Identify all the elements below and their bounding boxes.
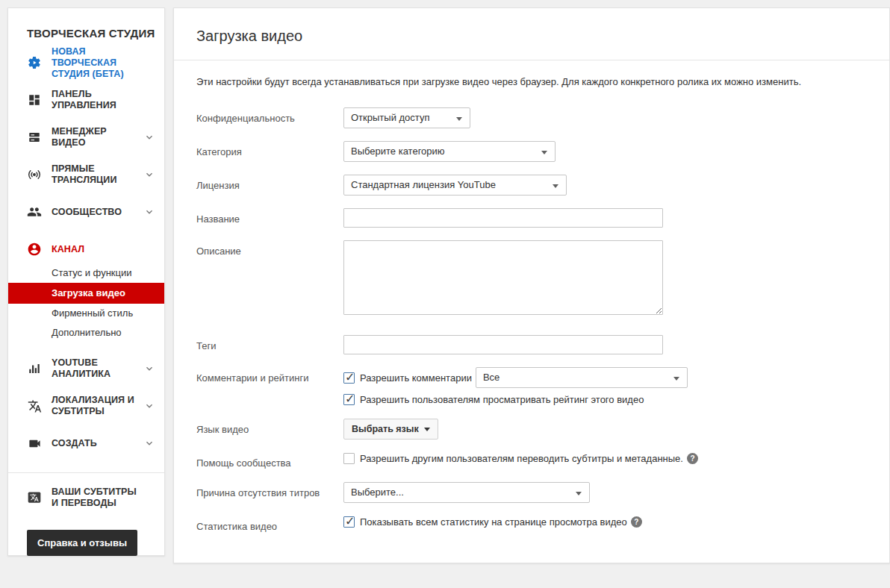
chevron-down-icon[interactable] xyxy=(143,131,155,143)
video-manager-icon xyxy=(27,130,42,145)
description-row: Описание xyxy=(196,240,867,315)
license-select[interactable]: Стандартная лицензия YouTube xyxy=(343,175,567,196)
movie-create-icon xyxy=(27,436,42,451)
community-help-row: Помощь сообщества Разрешить другим польз… xyxy=(196,452,867,469)
tags-label: Теги xyxy=(196,335,343,352)
video-language-label: Язык видео xyxy=(196,419,343,436)
chevron-down-icon[interactable] xyxy=(143,169,155,181)
sidebar-item-label: НОВАЯ ТВОРЧЕСКАЯ СТУДИЯ (БЕТА) xyxy=(52,46,140,80)
sidebar-item-label: ВАШИ СУБТИТРЫ И ПЕРЕВОДЫ xyxy=(52,487,140,509)
sidebar-item-localization[interactable]: ЛОКАЛИЗАЦИЯ И СУБТИТРЫ xyxy=(8,387,164,425)
category-select[interactable]: Выберите категорию xyxy=(343,141,556,162)
video-stats-label: Статистика видео xyxy=(196,516,343,533)
comments-filter-select[interactable]: Все xyxy=(476,367,688,388)
sidebar-item-live-streams[interactable]: ПРЯМЫЕ ТРАНСЛЯЦИИ xyxy=(8,156,164,193)
broadcast-icon xyxy=(27,167,42,182)
bar-chart-icon xyxy=(27,361,42,376)
category-select-value: Выберите категорию xyxy=(351,146,445,157)
community-translate-checkbox[interactable] xyxy=(343,453,355,464)
page-description: Эти настройки будут всегда устанавливать… xyxy=(174,60,889,88)
title-input[interactable] xyxy=(343,208,663,228)
sidebar-item-label: YOUTUBE АНАЛИТИКА xyxy=(52,357,140,380)
license-row: Лицензия Стандартная лицензия YouTube xyxy=(196,175,867,196)
caption-reason-row: Причина отсутствия титров Выберите... xyxy=(196,482,867,503)
description-textarea[interactable] xyxy=(343,240,663,315)
sidebar-item-label: ЛОКАЛИЗАЦИЯ И СУБТИТРЫ xyxy=(52,395,140,417)
privacy-select[interactable]: Открытый доступ xyxy=(343,107,470,128)
help-icon[interactable]: ? xyxy=(631,516,642,528)
sidebar-item-status-features[interactable]: Статус и функции xyxy=(8,263,164,283)
creator-studio-sidebar: ТВОРЧЕСКАЯ СТУДИЯ НОВАЯ ТВОРЧЕСКАЯ СТУДИ… xyxy=(7,7,165,556)
help-feedback-button[interactable]: Справка и отзывы xyxy=(27,530,137,556)
license-label: Лицензия xyxy=(196,175,343,192)
tags-input[interactable] xyxy=(343,335,663,354)
sidebar-item-channel[interactable]: КАНАЛ xyxy=(8,231,164,268)
allow-ratings-checkbox[interactable] xyxy=(343,394,355,405)
studio-title: ТВОРЧЕСКАЯ СТУДИЯ xyxy=(8,8,164,44)
comments-ratings-label: Комментарии и рейтинги xyxy=(196,367,343,384)
sidebar-item-label: СОЗДАТЬ xyxy=(52,438,97,449)
category-row: Категория Выберите категорию xyxy=(196,141,867,162)
chevron-down-icon[interactable] xyxy=(143,437,155,449)
community-help-label: Помощь сообщества xyxy=(196,452,343,469)
chevron-down-icon[interactable] xyxy=(143,206,155,218)
sidebar-item-analytics[interactable]: YOUTUBE АНАЛИТИКА xyxy=(8,350,164,387)
sidebar-item-upload-defaults[interactable]: Загрузка видео xyxy=(8,283,164,304)
show-stats-label: Показывать всем статистику на странице п… xyxy=(360,516,627,528)
chevron-down-icon[interactable] xyxy=(143,400,155,412)
upload-defaults-form: Конфиденциальность Открытый доступ Катег… xyxy=(174,88,889,533)
choose-language-label: Выбрать язык xyxy=(352,424,419,434)
subtitles-translate-badge-icon xyxy=(27,490,42,505)
caption-reason-value: Выберите... xyxy=(351,487,404,498)
choose-language-button[interactable]: Выбрать язык xyxy=(343,419,438,440)
allow-comments-checkbox[interactable] xyxy=(343,372,355,384)
sidebar-item-label: СООБЩЕСТВО xyxy=(52,207,122,218)
privacy-select-value: Открытый доступ xyxy=(351,112,429,123)
show-stats-checkbox[interactable] xyxy=(343,516,355,528)
license-select-value: Стандартная лицензия YouTube xyxy=(351,179,496,190)
sidebar-item-new-studio[interactable]: НОВАЯ ТВОРЧЕСКАЯ СТУДИЯ (БЕТА) xyxy=(8,44,164,81)
title-label: Название xyxy=(196,208,343,225)
sidebar-item-branding[interactable]: Фирменный стиль xyxy=(8,304,164,323)
caption-reason-select[interactable]: Выберите... xyxy=(343,482,590,503)
video-language-row: Язык видео Выбрать язык xyxy=(196,419,867,440)
upload-defaults-panel: Загрузка видео Эти настройки будут всегд… xyxy=(173,7,890,563)
category-label: Категория xyxy=(196,141,343,158)
description-label: Описание xyxy=(196,240,343,257)
dashboard-icon xyxy=(27,93,42,107)
sidebar-item-dashboard[interactable]: ПАНЕЛЬ УПРАВЛЕНИЯ xyxy=(8,81,164,119)
tags-row: Теги xyxy=(196,335,867,354)
help-icon[interactable]: ? xyxy=(687,453,698,464)
sidebar-item-your-subtitles[interactable]: ВАШИ СУБТИТРЫ И ПЕРЕВОДЫ xyxy=(8,479,164,516)
page-title: Загрузка видео xyxy=(196,28,867,45)
sidebar-item-label: КАНАЛ xyxy=(52,244,84,255)
comments-filter-value: Все xyxy=(483,372,500,383)
caption-reason-label: Причина отсутствия титров xyxy=(196,482,343,499)
sidebar-item-label: ПАНЕЛЬ УПРАВЛЕНИЯ xyxy=(52,89,140,111)
chevron-down-icon[interactable] xyxy=(143,363,155,375)
dropdown-arrow-icon xyxy=(424,428,430,431)
title-row: Название xyxy=(196,208,867,228)
community-translate-label: Разрешить другим пользователям переводит… xyxy=(360,452,683,465)
gear-play-icon xyxy=(27,55,42,70)
privacy-label: Конфиденциальность xyxy=(196,107,343,125)
channel-person-icon xyxy=(27,242,42,257)
channel-subsection: Статус и функции Загрузка видео Фирменны… xyxy=(8,263,164,343)
allow-comments-label: Разрешить комментарии xyxy=(360,372,472,384)
video-stats-row: Статистика видео Показывать всем статист… xyxy=(196,516,867,533)
privacy-row: Конфиденциальность Открытый доступ xyxy=(196,107,867,128)
sidebar-item-label: МЕНЕДЖЕР ВИДЕО xyxy=(52,126,140,148)
sidebar-item-create[interactable]: СОЗДАТЬ xyxy=(8,425,164,462)
sidebar-item-advanced[interactable]: Дополнительно xyxy=(8,323,164,343)
sidebar-item-community[interactable]: СООБЩЕСТВО xyxy=(8,193,164,231)
sidebar-item-label: ПРЯМЫЕ ТРАНСЛЯЦИИ xyxy=(52,163,140,186)
sidebar-divider xyxy=(8,472,164,473)
page-header: Загрузка видео xyxy=(174,8,889,60)
translate-icon xyxy=(27,398,42,413)
people-icon xyxy=(27,204,42,219)
comments-ratings-row: Комментарии и рейтинги Разрешить коммент… xyxy=(196,367,867,406)
sidebar-item-video-manager[interactable]: МЕНЕДЖЕР ВИДЕО xyxy=(8,119,164,156)
allow-ratings-label: Разрешить пользователям просматривать ре… xyxy=(360,393,644,406)
